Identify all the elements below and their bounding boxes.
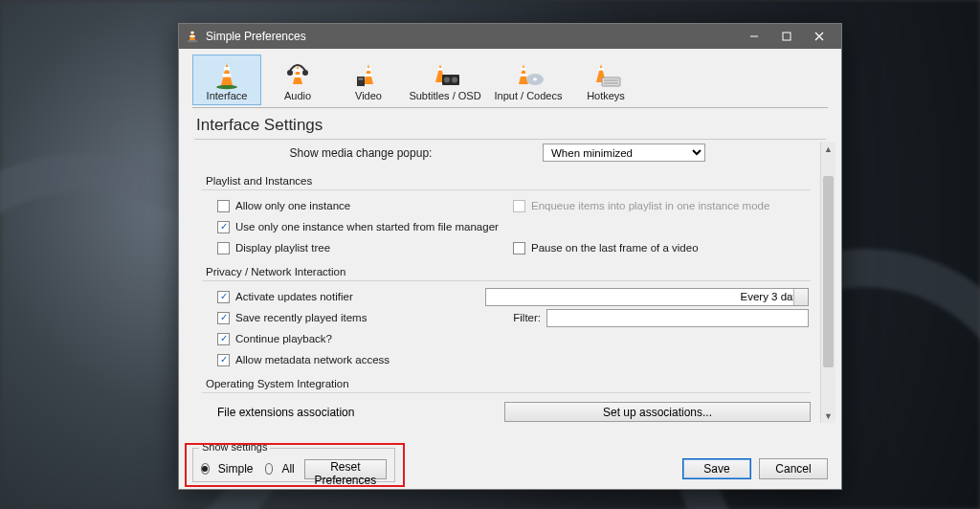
svg-marker-0 [189,30,195,40]
cone-icon [212,59,241,90]
show-settings-legend: Show settings [199,441,270,453]
filter-label: Filter: [485,312,541,323]
save-recent-label: Save recently played items [235,312,367,323]
category-toolbar: Interface Audio Video Subtitles / OSD In… [179,49,841,107]
one-instance-file-manager-label: Use only one instance when started from … [235,221,499,232]
reset-preferences-button[interactable]: Reset Preferences [304,459,387,479]
save-button[interactable]: Save [682,458,751,479]
dialog-footer: Show settings Simple All Reset Preferenc… [179,448,841,489]
vlc-app-icon [185,29,200,44]
svg-point-16 [302,70,308,76]
display-playlist-tree-label: Display playlist tree [235,242,330,254]
settings-all-label: All [281,462,294,476]
settings-simple-radio[interactable] [201,463,210,475]
svg-rect-21 [359,78,364,80]
media-popup-select[interactable]: When minimized [543,144,705,162]
cone-disc-icon [512,59,545,90]
cone-keyboard-icon [590,59,622,90]
allow-one-instance-label: Allow only one instance [235,200,350,211]
allow-one-instance-checkbox[interactable] [217,200,230,212]
tab-label: Input / Codecs [495,90,563,101]
display-playlist-tree-checkbox[interactable] [217,242,230,254]
group-privacy-title: Privacy / Network Interaction [206,266,820,277]
tab-audio[interactable]: Audio [263,55,332,105]
enqueue-one-instance-checkbox [513,200,525,212]
group-os-title: Operating System Integration [206,378,820,389]
metadata-network-checkbox[interactable] [217,354,230,366]
setup-associations-button[interactable]: Set up associations... [504,402,811,422]
svg-rect-5 [783,33,791,40]
svg-rect-1 [190,32,193,33]
svg-point-8 [216,85,237,89]
settings-panel: Show media change popup: When minimized … [192,142,820,423]
window-title: Simple Preferences [206,30,738,43]
svg-rect-34 [602,77,620,86]
svg-rect-2 [189,35,194,37]
show-settings-fieldset: Show settings Simple All Reset Preferenc… [192,448,395,482]
tab-video[interactable]: Video [334,55,403,105]
file-assoc-label: File extensions association [217,406,504,419]
tab-label: Subtitles / OSD [409,90,480,101]
svg-rect-18 [366,68,370,71]
settings-scroll-area: Show media change popup: When minimized … [192,142,835,423]
svg-rect-23 [438,68,443,71]
group-playlist-title: Playlist and Instances [206,175,820,187]
continue-playback-label: Continue playback? [235,333,332,344]
svg-rect-33 [599,68,604,71]
tab-label: Hotkeys [587,90,625,101]
close-button[interactable] [803,24,835,49]
updates-interval-spinner[interactable] [485,288,809,306]
heading-underline [194,139,826,140]
tab-label: Video [355,90,382,101]
minimize-button[interactable] [738,24,770,49]
svg-point-26 [452,77,457,83]
svg-rect-14 [294,75,301,77]
svg-rect-28 [522,68,526,71]
tab-hotkeys[interactable]: Hotkeys [571,55,640,105]
cone-film-icon [354,59,383,90]
svg-rect-13 [295,69,300,72]
media-popup-label: Show media change popup: [217,146,504,160]
tab-input-codecs[interactable]: Input / Codecs [487,55,569,105]
svg-point-31 [533,78,537,81]
svg-point-15 [287,70,293,76]
tab-subtitles[interactable]: Subtitles / OSD [405,55,485,105]
tab-interface[interactable]: Interface [192,55,261,105]
tab-label: Interface [207,90,248,101]
preferences-window: Simple Preferences Interface Audio Video… [178,23,842,490]
svg-rect-10 [224,67,230,70]
continue-playback-checkbox[interactable] [217,333,230,345]
enqueue-one-instance-label: Enqueue items into playlist in one insta… [531,200,769,211]
scroll-up-arrow-icon[interactable]: ▲ [821,142,835,156]
cancel-button[interactable]: Cancel [759,458,828,479]
svg-rect-3 [188,40,197,42]
settings-simple-label: Simple [218,462,254,476]
cone-headphones-icon [283,59,312,90]
pause-last-frame-label: Pause on the last frame of a video [531,242,699,254]
settings-all-radio[interactable] [265,463,274,475]
pause-last-frame-checkbox[interactable] [513,242,525,254]
svg-rect-29 [521,74,527,77]
activate-updates-checkbox[interactable] [217,291,230,303]
cone-boombox-icon [429,59,461,90]
scroll-down-arrow-icon[interactable]: ▼ [821,409,835,423]
one-instance-file-manager-checkbox[interactable] [217,221,230,233]
svg-point-25 [444,77,450,83]
tab-label: Audio [284,90,311,101]
svg-rect-19 [365,74,371,77]
save-recent-checkbox[interactable] [217,312,230,324]
page-title: Interface Settings [179,108,841,139]
scroll-thumb[interactable] [823,176,834,367]
vertical-scrollbar[interactable]: ▲ ▼ [820,142,835,423]
activate-updates-label: Activate updates notifier [235,291,353,302]
titlebar[interactable]: Simple Preferences [179,24,841,49]
metadata-network-label: Allow metadata network access [235,354,390,365]
filter-input[interactable] [546,309,809,327]
svg-rect-11 [223,74,232,77]
maximize-button[interactable] [770,24,803,49]
